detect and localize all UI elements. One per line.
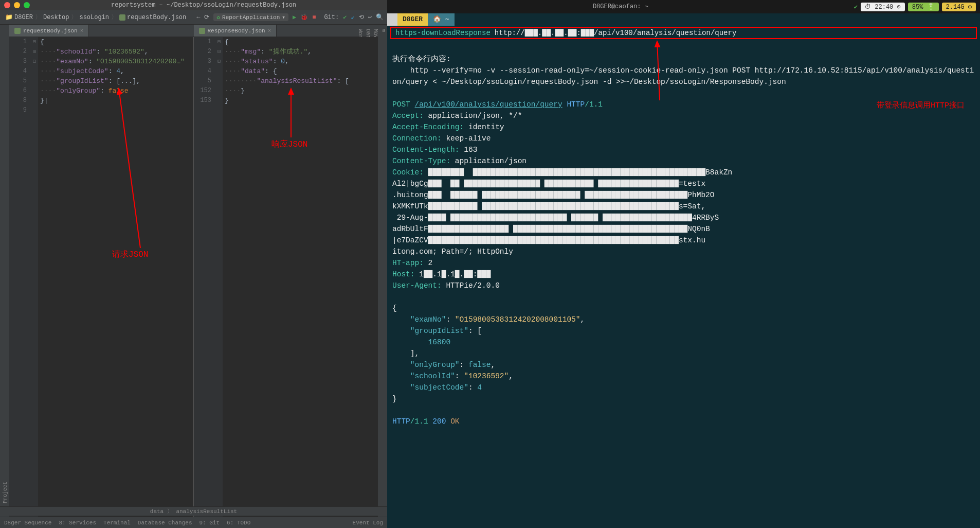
mac-traffic-lights bbox=[0, 0, 34, 10]
tool-terminal[interactable]: Terminal bbox=[103, 520, 131, 526]
hdr-user-agent: User-Agent: bbox=[392, 281, 442, 290]
req-method: POST bbox=[392, 100, 410, 109]
body-close: } bbox=[392, 395, 397, 403]
stop-button[interactable]: ■ bbox=[310, 13, 318, 22]
body-open: { bbox=[392, 304, 397, 312]
json-icon bbox=[199, 28, 205, 34]
req-proto: HTTP bbox=[567, 100, 585, 109]
git-label: Git: bbox=[322, 13, 341, 22]
window-title: reportsystem – ~/Desktop/ssoLogin/reques… bbox=[111, 2, 296, 9]
tool-git[interactable]: 9: Git bbox=[199, 520, 220, 526]
right-tool-strip: m Maven Database Word Book bbox=[378, 25, 387, 517]
path-segment: 🏠 ~ bbox=[428, 13, 455, 26]
hdr-content-type: Content-Type: bbox=[392, 157, 450, 165]
cmd-url: http://███.██.██.██:███/api/v100/analysi… bbox=[495, 29, 736, 37]
debug-button[interactable]: 🐞 bbox=[298, 12, 310, 22]
code-area-left[interactable]: { ····"schoolId": "10236592", ····"examN… bbox=[38, 37, 193, 517]
term-title: D8GER@caofan: ~ bbox=[387, 3, 854, 10]
battery-pill: 85% 🔋 bbox=[908, 3, 939, 11]
tool-project[interactable]: 1: Project bbox=[2, 25, 9, 517]
http-command: http --verify=no -v --session-read-only=… bbox=[392, 66, 974, 86]
vcs-checkmark-icon[interactable]: ✔ bbox=[341, 12, 349, 22]
zoom-dot[interactable] bbox=[24, 2, 30, 8]
resp-proto: HTTP bbox=[392, 417, 410, 426]
hdr-htapp: HT-app: bbox=[392, 259, 424, 267]
tool-maven[interactable]: m bbox=[379, 25, 387, 517]
nav-path: data 〉 analysisResultList bbox=[0, 506, 387, 516]
bc-folder[interactable]: Desktop bbox=[41, 14, 71, 21]
hdr-content-length: Content-Length: bbox=[392, 146, 460, 154]
memory-pill: 2.14G ⚙ bbox=[942, 3, 976, 11]
left-tool-strip: 1: Project 7: Structure 2: Favorites Per… bbox=[0, 25, 9, 517]
tool-todo[interactable]: 6: TODO bbox=[227, 520, 250, 526]
user-segment: D8GER bbox=[397, 13, 428, 26]
editor-split: 12345689 ⊟⊞⊟ { ····"schoolId": "10236592… bbox=[9, 37, 378, 517]
tool-structure[interactable]: 7: Structure bbox=[0, 25, 2, 517]
close-dot[interactable] bbox=[4, 2, 10, 8]
ide-pane: reportsystem – ~/Desktop/ssoLogin/reques… bbox=[0, 0, 387, 528]
vcs-revert-icon[interactable]: ↩ bbox=[366, 12, 374, 22]
close-icon[interactable]: × bbox=[80, 28, 84, 34]
hdr-accept-encoding: Accept-Encoding: bbox=[392, 123, 464, 131]
terminal-pane: D8GER@caofan: ~ ✔ ⏱ 22:40 ⊙ 85% 🔋 2.14G … bbox=[387, 0, 980, 528]
tabs-right: ResponseBody.json × bbox=[194, 25, 378, 37]
bc-project[interactable]: 📁 D8GER bbox=[3, 13, 35, 21]
tmux-statusbar: D8GER@caofan: ~ ✔ ⏱ 22:40 ⊙ 85% 🔋 2.14G … bbox=[387, 0, 980, 13]
tabs-left: requestBody.json × bbox=[9, 25, 194, 37]
run-button[interactable]: ▶ bbox=[291, 12, 298, 22]
tool-dbchanges[interactable]: Database Changes bbox=[138, 520, 192, 526]
resp-code: 200 bbox=[432, 417, 446, 426]
fold-column: ⊟⊟⊞ bbox=[215, 37, 223, 517]
search-icon[interactable]: 🔍 bbox=[374, 12, 386, 22]
prompt-row: D8GER 🏠 ~ bbox=[387, 13, 980, 26]
tool-sequence[interactable]: D8ger Sequence bbox=[4, 520, 51, 526]
json-icon bbox=[119, 14, 125, 21]
cmd-alias: https-downLoadResponse bbox=[395, 29, 491, 37]
tool-services[interactable]: 8: Services bbox=[59, 520, 96, 526]
req-path: /api/v100/analysis/question/query bbox=[415, 100, 562, 109]
tab-responsebody[interactable]: ResponseBody.json × bbox=[194, 25, 277, 37]
editor-right[interactable]: 12345152153 ⊟⊟⊞ { ····"msg": "操作成功.", ··… bbox=[193, 37, 378, 517]
close-icon[interactable]: × bbox=[268, 28, 271, 34]
vcs-history-icon[interactable]: ⟲ bbox=[357, 12, 366, 22]
bottom-statusbar: D8ger Sequence 8: Services Terminal Data… bbox=[0, 517, 387, 528]
exec-header: 执行命令行内容: bbox=[392, 55, 451, 63]
json-icon bbox=[14, 28, 21, 34]
hdr-accept: Accept: bbox=[392, 112, 424, 120]
vcs-update-icon[interactable]: ↙ bbox=[349, 12, 356, 22]
highlighted-command: https-downLoadResponse http://███.██.██.… bbox=[390, 27, 977, 39]
tool-eventlog[interactable]: Event Log bbox=[353, 520, 383, 526]
hdr-cookie: Cookie: bbox=[392, 168, 424, 177]
apple-segment bbox=[387, 13, 397, 26]
code-area-right[interactable]: { ····"msg": "操作成功.", ····"status": 0, ·… bbox=[223, 37, 378, 517]
sync-button[interactable]: ⟳ bbox=[202, 12, 211, 22]
back-button[interactable]: ← bbox=[194, 13, 202, 22]
window-titlebar: reportsystem – ~/Desktop/ssoLogin/reques… bbox=[0, 0, 387, 10]
spring-icon: ✿ bbox=[216, 14, 220, 21]
chevron-right-icon: 〉 bbox=[35, 13, 41, 22]
bc-file[interactable]: requestBody.json bbox=[117, 14, 188, 21]
chevron-right-icon: 〉 bbox=[71, 13, 77, 22]
status-ok-icon: ✔ bbox=[854, 3, 858, 11]
terminal-output[interactable]: 执行命令行内容: http --verify=no -v --session-r… bbox=[387, 40, 980, 528]
bc-folder[interactable]: ssoLogin bbox=[77, 14, 111, 21]
tab-requestbody[interactable]: requestBody.json × bbox=[9, 25, 89, 37]
gutter-left: 12345689 bbox=[9, 37, 31, 517]
hdr-host: Host: bbox=[392, 270, 415, 278]
chevron-right-icon: 〉 bbox=[111, 13, 117, 22]
fold-column: ⊟⊞⊟ bbox=[31, 37, 38, 517]
hdr-connection: Connection: bbox=[392, 134, 442, 143]
breadcrumb-toolbar: 📁 D8GER 〉 Desktop 〉 ssoLogin 〉 requestBo… bbox=[0, 10, 387, 25]
clock-pill: ⏱ 22:40 ⊙ bbox=[861, 3, 905, 11]
gutter-right: 12345152153 bbox=[194, 37, 215, 517]
editor-left[interactable]: 12345689 ⊟⊞⊟ { ····"schoolId": "10236592… bbox=[9, 37, 193, 517]
run-config-selector[interactable]: ✿ReportApplication ▾ bbox=[213, 13, 288, 21]
minimize-dot[interactable] bbox=[14, 2, 20, 8]
